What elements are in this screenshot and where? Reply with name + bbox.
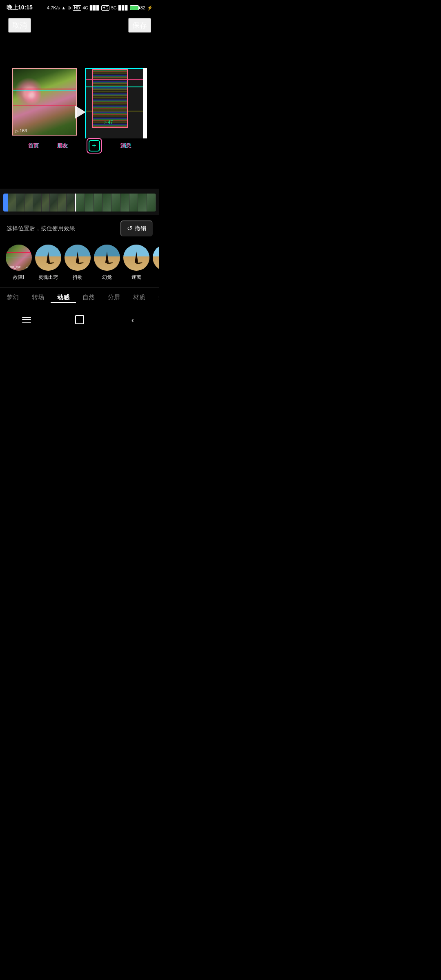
save-button[interactable]: 保存 <box>128 18 151 33</box>
effect-thumb-swing <box>153 245 159 271</box>
play-button[interactable] <box>70 102 89 122</box>
timeline-frame <box>85 194 94 212</box>
category-tab-decor[interactable]: 装饰 <box>152 294 159 303</box>
effects-grid: Good_bye ✓ 故障Ⅰ 灵魂出窍 抖动 幻觉 迷离 <box>0 241 159 287</box>
timeline-playhead[interactable] <box>75 194 76 212</box>
effect-item-illusion[interactable]: 幻觉 <box>92 245 122 281</box>
timeline-frame <box>111 194 120 212</box>
category-tab-material[interactable]: 材质 <box>127 294 152 303</box>
bt-icon: ⊕ <box>67 5 71 11</box>
ui-tab-add: + <box>87 138 102 154</box>
instruction-text: 选择位置后，按住使用效果 <box>7 225 75 232</box>
ui-tab-messages: 消息 <box>120 142 131 149</box>
scene-left: ▷ 163 <box>12 68 77 136</box>
timeline-frame <box>16 194 24 212</box>
category-tabs: 梦幻转场动感自然分屏材质装饰 <box>0 287 159 308</box>
home-icon <box>75 315 84 324</box>
effect-item-glitch1[interactable]: Good_bye ✓ 故障Ⅰ <box>4 245 33 281</box>
bottom-nav: ‹ <box>0 308 159 330</box>
timeline-frame <box>67 194 75 212</box>
network-speed: 4.7K/s <box>47 5 60 10</box>
effect-thumb-illusion <box>94 245 120 271</box>
timeline-frame <box>120 194 129 212</box>
status-time: 晚上10:15 <box>7 4 33 11</box>
status-bar: 晚上10:15 4.7K/s ▲ ⊕ HD 4G ▊▊▊ HD 5G ▊▊▊ 8… <box>0 0 159 15</box>
instruction-bar: 选择位置后，按住使用效果 ↺ 撤销 <box>0 215 159 241</box>
timeline-frame <box>129 194 138 212</box>
back-button[interactable]: ‹ <box>125 313 141 326</box>
bars-icon: ▊▊▊ <box>90 5 100 11</box>
ui-tab-home: 首页 <box>28 142 39 149</box>
play-icon <box>75 106 86 119</box>
bars-icon2: ▊▊▊ <box>118 5 128 11</box>
top-nav: 取消 保存 <box>0 15 159 38</box>
timeline-frame <box>138 194 147 212</box>
cancel-button[interactable]: 取消 <box>8 18 31 33</box>
effect-thumb-hazy <box>123 245 149 271</box>
ui-overlay: 首页 朋友 + 消息 <box>19 138 140 154</box>
category-tab-transition[interactable]: 转场 <box>25 294 51 303</box>
timeline-frame <box>8 194 16 212</box>
timeline-frames-right <box>76 194 156 212</box>
effect-item-hazy[interactable]: 迷离 <box>122 245 151 281</box>
scene-right-inner <box>92 69 128 128</box>
category-tab-split[interactable]: 分屏 <box>101 294 127 303</box>
ui-tab-friends: 朋友 <box>57 142 68 149</box>
charging-icon: ⚡ <box>147 5 153 11</box>
undo-icon: ↺ <box>127 225 132 232</box>
timeline-frame <box>25 194 33 212</box>
effect-label-hazy: 迷离 <box>131 274 141 281</box>
effect-label-shake: 抖动 <box>73 274 82 281</box>
battery-icon <box>130 5 139 10</box>
scene-left-counter: ▷ 163 <box>16 128 27 133</box>
menu-icon <box>22 317 31 323</box>
effect-item-soul[interactable]: 灵魂出窍 <box>33 245 63 281</box>
category-tab-dream[interactable]: 梦幻 <box>0 294 25 303</box>
timeline-frame <box>58 194 66 212</box>
timeline-section <box>0 189 159 215</box>
network-4g: 4G <box>83 6 88 10</box>
scene-right: ▷ 47 <box>85 68 147 138</box>
timeline-frame <box>50 194 58 212</box>
effect-label-soul: 灵魂出窍 <box>38 274 58 281</box>
timeline-frames-left <box>8 194 75 212</box>
effect-thumb-shake <box>65 245 91 271</box>
timeline-segment-blue <box>3 194 8 212</box>
timeline-frame <box>147 194 156 212</box>
effect-label-illusion: 幻觉 <box>102 274 112 281</box>
menu-button[interactable] <box>18 313 35 326</box>
video-preview: ▷ 163 ▷ 47 首页 <box>0 38 159 189</box>
home-button[interactable] <box>71 313 88 326</box>
hd-icon: HD <box>73 5 81 11</box>
effect-label-glitch1: 故障Ⅰ <box>13 274 24 281</box>
back-icon: ‹ <box>131 315 134 325</box>
undo-button[interactable]: ↺ 撤销 <box>120 220 153 236</box>
hd-icon2: HD <box>101 5 109 11</box>
white-edge <box>143 68 147 138</box>
timeline-frame <box>76 194 85 212</box>
timeline-frame <box>102 194 111 212</box>
timeline-track[interactable] <box>3 194 156 212</box>
category-tab-dynamic[interactable]: 动感 <box>51 294 76 303</box>
effect-item-shake[interactable]: 抖动 <box>63 245 92 281</box>
ui-tab-add-inner: + <box>89 140 100 151</box>
effect-thumb-soul <box>35 245 61 271</box>
category-tab-nature[interactable]: 自然 <box>76 294 101 303</box>
undo-label: 撤销 <box>135 225 146 232</box>
status-right: 4.7K/s ▲ ⊕ HD 4G ▊▊▊ HD 5G ▊▊▊ 82 ⚡ <box>47 5 153 11</box>
timeline-frame <box>94 194 103 212</box>
scene-right-counter: ▷ 47 <box>104 120 113 125</box>
signal-icon: ▲ <box>61 5 66 10</box>
video-inner: ▷ 163 ▷ 47 首页 <box>12 68 147 158</box>
timeline-frame <box>42 194 50 212</box>
battery-percent: 82 <box>140 5 145 10</box>
glitch-scene: ▷ 163 ▷ 47 首页 <box>12 68 147 158</box>
effect-item-swing[interactable]: 摇摆 <box>151 245 159 281</box>
network-5g: 5G <box>111 6 116 10</box>
effect-thumb-glitch1: Good_bye ✓ <box>6 245 32 271</box>
timeline-frame <box>33 194 41 212</box>
